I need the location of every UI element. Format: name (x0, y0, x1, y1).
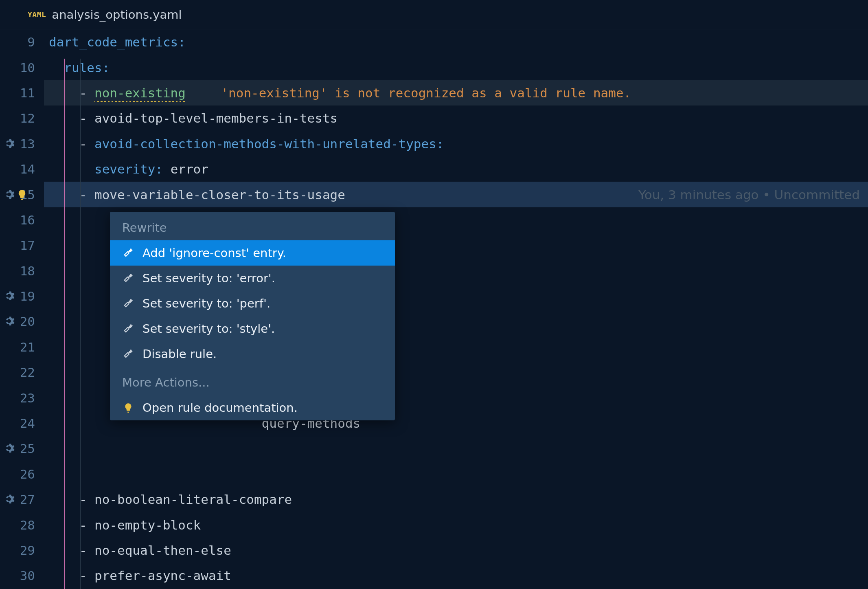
gear-icon[interactable] (3, 290, 15, 302)
code-line[interactable]: - prefer-async-await (44, 563, 868, 588)
line-number: 24 (0, 411, 44, 436)
code-line[interactable]: - no-equal-then-else (44, 538, 868, 563)
code-line[interactable] (44, 462, 868, 487)
wrench-icon (122, 272, 134, 284)
inline-diagnostic: 'non-existing' is not recognized as a va… (221, 86, 631, 100)
code-action-label: Set severity to: 'perf'. (142, 297, 270, 310)
line-number: 13 (0, 131, 44, 156)
line-number: 20 (0, 309, 44, 334)
code-action-label: Open rule documentation. (142, 401, 298, 415)
code-line[interactable]: severity: error (44, 156, 868, 182)
code-line[interactable]: - non-existing'non-existing' is not reco… (44, 80, 868, 105)
code-line[interactable]: - avoid-collection-methods-with-unrelate… (44, 131, 868, 156)
line-number: 25 (0, 436, 44, 461)
popup-section-header: Rewrite (110, 212, 395, 240)
gear-icon[interactable] (3, 493, 15, 505)
code-line[interactable]: - avoid-top-level-members-in-tests (44, 105, 868, 131)
line-number: 16 (0, 207, 44, 233)
code-action-item[interactable]: Disable rule. (110, 341, 395, 367)
line-number: 12 (0, 105, 44, 131)
code-action-item[interactable]: Set severity to: 'error'. (110, 266, 395, 291)
code-line[interactable]: - no-boolean-literal-compare (44, 487, 868, 512)
line-number: 9 (0, 29, 44, 55)
line-number: 17 (0, 233, 44, 258)
code-line[interactable]: - move-variable-closer-to-its-usageYou, … (44, 182, 868, 207)
line-number: 19 (0, 284, 44, 309)
wrench-icon (122, 348, 134, 360)
popup-section-header: More Actions... (110, 367, 395, 395)
line-number: 11 (0, 80, 44, 105)
code-action-item[interactable]: Set severity to: 'style'. (110, 316, 395, 341)
gear-icon[interactable] (3, 442, 15, 455)
file-tab[interactable]: YAML analysis_options.yaml (15, 0, 194, 29)
wrench-icon (122, 297, 134, 310)
git-blame-annotation: You, 3 minutes ago • Uncommitted (638, 187, 860, 202)
gear-icon[interactable] (3, 315, 15, 327)
tab-title: analysis_options.yaml (52, 8, 182, 22)
code-action-label: Disable rule. (142, 347, 217, 361)
line-number: 14 (0, 156, 44, 182)
line-number: 23 (0, 385, 44, 410)
line-number: 29 (0, 538, 44, 563)
code-action-label: Set severity to: 'error'. (142, 271, 275, 285)
line-number: 27 (0, 487, 44, 512)
gear-icon[interactable] (3, 138, 15, 150)
wrench-icon (122, 247, 134, 259)
line-number: 28 (0, 512, 44, 537)
indent-guide-2 (80, 59, 81, 589)
code-line[interactable]: - no-empty-block (44, 512, 868, 537)
yaml-icon: YAML (28, 10, 46, 19)
tab-bar: YAML analysis_options.yaml (0, 0, 868, 29)
indent-guide (64, 59, 65, 589)
line-number: 22 (0, 360, 44, 385)
line-number: 21 (0, 334, 44, 360)
wrench-icon (122, 323, 134, 335)
line-number: 26 (0, 462, 44, 487)
code-action-popup: RewriteAdd 'ignore-const' entry.Set seve… (110, 212, 395, 420)
lightbulb-icon (122, 402, 134, 414)
code-action-label: Set severity to: 'style'. (142, 322, 275, 336)
code-line[interactable]: dart_code_metrics: (44, 29, 868, 55)
gutter: 9101112131415161718192021222324252627282… (0, 29, 44, 589)
line-number: 10 (0, 55, 44, 80)
line-number: 30 (0, 563, 44, 588)
code-action-label: Add 'ignore-const' entry. (142, 246, 286, 260)
code-line[interactable]: rules: (44, 55, 868, 80)
line-number: 18 (0, 258, 44, 284)
lightbulb-icon[interactable] (16, 189, 28, 200)
code-line[interactable] (44, 436, 868, 461)
code-action-item[interactable]: Set severity to: 'perf'. (110, 291, 395, 316)
code-action-item[interactable]: Add 'ignore-const' entry. (110, 240, 395, 266)
open-documentation-item[interactable]: Open rule documentation. (110, 395, 395, 420)
gear-icon[interactable] (3, 189, 15, 201)
